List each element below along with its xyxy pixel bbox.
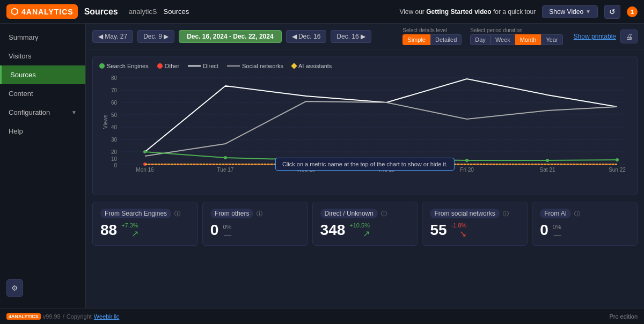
print-button[interactable]: 🖨 xyxy=(620,30,638,43)
legend-ai[interactable]: AI assistants xyxy=(292,63,332,69)
svg-text:Tue 17: Tue 17 xyxy=(217,167,234,173)
nav-next-button[interactable]: Dec. 9 ▶ xyxy=(137,30,174,43)
date-from-button[interactable]: ◀ Dec. 16 xyxy=(286,30,327,43)
svg-text:40: 40 xyxy=(111,124,118,130)
stat-card-social: From social networks ⓘ 55 -1.8% ↘ xyxy=(422,202,528,246)
legend-direct[interactable]: Direct xyxy=(188,63,218,69)
stat-label-5: From AI xyxy=(540,209,571,218)
stat-card-search-engines: From Search Engines ⓘ 88 +7.3% ↗ xyxy=(92,202,198,246)
stat-value-3: 348 xyxy=(320,222,346,239)
other-dot xyxy=(157,63,163,69)
sidebar-item-sources[interactable]: Sources xyxy=(0,65,85,84)
direct-line xyxy=(188,65,201,67)
sidebar-item-content[interactable]: Content xyxy=(0,84,85,103)
stat-info-icon-1[interactable]: ⓘ xyxy=(174,210,180,218)
stat-info-icon-2[interactable]: ⓘ xyxy=(257,210,262,218)
stat-change-1: +7.3% ↗ xyxy=(121,222,138,239)
nav-prev-button[interactable]: ◀ May. 27 xyxy=(92,30,133,43)
stat-change-5: 0% — xyxy=(553,224,561,239)
stat-card-header-2: From others ⓘ xyxy=(210,209,300,218)
stat-value-row-4: 55 -1.8% ↘ xyxy=(430,222,519,239)
legend-other[interactable]: Other xyxy=(157,63,180,69)
footer-logo-text: 4ANALYTICS xyxy=(6,313,41,320)
sidebar-item-configuration[interactable]: Configuration ▼ xyxy=(0,103,85,122)
details-detailed-button[interactable]: Detailed xyxy=(430,34,462,45)
topbar-nav: analyticS Sources xyxy=(129,8,189,16)
printer-icon: 🖨 xyxy=(625,32,633,41)
stat-info-icon-5[interactable]: ⓘ xyxy=(574,210,580,218)
logo-icon: ⬡ xyxy=(11,6,18,17)
sidebar-item-visitors[interactable]: Visitors xyxy=(0,47,85,65)
topbar: ⬡ 4ANALYTICS Sources analyticS Sources V… xyxy=(0,0,644,24)
svg-point-26 xyxy=(224,156,227,159)
svg-text:0: 0 xyxy=(114,163,117,168)
period-day-button[interactable]: Day xyxy=(470,34,491,45)
toolbar: ◀ May. 27 Dec. 9 ▶ Dec. 16, 2024 - Dec. … xyxy=(86,24,644,49)
svg-text:50: 50 xyxy=(111,112,118,118)
details-level-selector: Select details level Simple Detailed xyxy=(402,27,462,45)
stat-info-icon-4[interactable]: ⓘ xyxy=(503,210,509,218)
svg-point-25 xyxy=(143,150,147,153)
svg-point-31 xyxy=(616,158,619,161)
sidebar-item-summary[interactable]: Summary xyxy=(0,28,85,47)
stat-value-2: 0 xyxy=(210,222,219,239)
svg-text:30: 30 xyxy=(111,137,118,143)
stat-change-arrow-2: — xyxy=(224,230,231,239)
period-week-button[interactable]: Week xyxy=(491,34,515,45)
content-area: ◀ May. 27 Dec. 9 ▶ Dec. 16, 2024 - Dec. … xyxy=(86,24,644,308)
footer-version: v99.99 xyxy=(43,313,61,320)
topbar-promo-text: View our Getting Started video for a qui… xyxy=(399,8,536,16)
stat-change-pct-4: -1.8% xyxy=(451,222,467,229)
stat-change-3: +10.5% ↗ xyxy=(349,222,370,239)
stat-change-arrow-5: — xyxy=(554,230,561,239)
show-printable-link[interactable]: Show printable xyxy=(574,33,616,40)
stat-change-pct-5: 0% xyxy=(553,224,561,230)
chart-legend: Search Engines Other Direct Social netwo… xyxy=(99,63,631,69)
period-duration-selector: Select period duration Day Week Month Ye… xyxy=(470,27,562,45)
legend-search-engines[interactable]: Search Engines xyxy=(99,63,149,69)
footer-separator: / xyxy=(63,313,64,320)
stat-change-pct-1: +7.3% xyxy=(121,222,138,229)
logo-text: 4ANALYTICS xyxy=(21,8,74,16)
date-to-button[interactable]: Dec. 16 ▶ xyxy=(331,30,371,43)
sidebar-settings-button[interactable]: ⚙ xyxy=(6,279,23,297)
stat-label-2: From others xyxy=(210,209,254,218)
stat-label-1: From Search Engines xyxy=(100,209,171,218)
stat-value-row-3: 348 +10.5% ↗ xyxy=(320,222,410,239)
topbar-promo-link[interactable]: Getting Started video xyxy=(426,8,491,16)
stat-card-ai: From AI ⓘ 0 0% — xyxy=(532,202,638,246)
topbar-nav-sources[interactable]: Sources xyxy=(164,8,189,16)
chevron-right-icon: ▼ xyxy=(71,109,77,115)
footer-link[interactable]: Weeblr.llc xyxy=(94,313,119,320)
stat-info-icon-3[interactable]: ⓘ xyxy=(381,210,387,218)
sidebar-item-help[interactable]: Help xyxy=(0,122,85,141)
svg-text:10: 10 xyxy=(111,156,118,162)
main-layout: Summary Visitors Sources Content Configu… xyxy=(0,24,644,308)
stat-card-others: From others ⓘ 0 0% — xyxy=(202,202,308,246)
svg-point-30 xyxy=(546,159,549,162)
stat-change-arrow-1: ↗ xyxy=(131,229,138,239)
stats-row: From Search Engines ⓘ 88 +7.3% ↗ From ot… xyxy=(92,202,638,246)
period-month-button[interactable]: Month xyxy=(515,34,541,45)
svg-text:20: 20 xyxy=(111,149,118,155)
period-year-button[interactable]: Year xyxy=(541,34,562,45)
ai-dot xyxy=(291,63,297,69)
details-simple-button[interactable]: Simple xyxy=(402,34,430,45)
svg-text:70: 70 xyxy=(111,87,118,93)
date-range-button[interactable]: Dec. 16, 2024 - Dec. 22, 2024 xyxy=(179,30,281,43)
stat-card-direct: Direct / Unknown ⓘ 348 +10.5% ↗ xyxy=(312,202,418,246)
stat-card-header-4: From social networks ⓘ xyxy=(430,209,519,218)
topbar-nav-analytics[interactable]: analyticS xyxy=(129,8,157,16)
stat-label-4: From social networks xyxy=(430,209,499,218)
legend-social[interactable]: Social networks xyxy=(227,63,283,69)
notification-badge[interactable]: 1 xyxy=(627,6,638,17)
stat-change-arrow-3: ↗ xyxy=(363,229,370,239)
footer-edition: Pro edition xyxy=(609,313,638,320)
refresh-button[interactable]: ↺ xyxy=(604,5,620,19)
show-video-button[interactable]: Show Video ▼ xyxy=(542,5,598,18)
sidebar: Summary Visitors Sources Content Configu… xyxy=(0,24,86,308)
stat-change-4: -1.8% ↘ xyxy=(451,222,467,239)
stat-card-header-3: Direct / Unknown ⓘ xyxy=(320,209,410,218)
stat-value-1: 88 xyxy=(100,222,117,239)
svg-text:60: 60 xyxy=(111,100,118,106)
